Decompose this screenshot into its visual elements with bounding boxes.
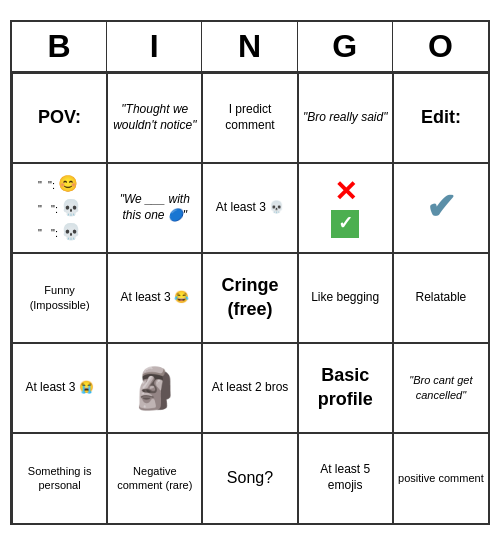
cell-r1c3: I predict comment — [202, 73, 297, 163]
cell-r1c5: Edit: — [393, 73, 488, 163]
cell-text: "Bro cant get cancelled" — [398, 373, 484, 402]
bingo-grid: POV: "Thought we wouldn't notice" I pred… — [12, 73, 488, 523]
cell-text: Song? — [227, 468, 273, 489]
header-i: I — [107, 22, 202, 71]
cell-r5c4: At least 5 emojis — [298, 433, 393, 523]
cell-r4c1: At least 3 😭 — [12, 343, 107, 433]
cell-r5c3: Song? — [202, 433, 297, 523]
bingo-header: B I N G O — [12, 22, 488, 73]
blue-checkmark-icon: ✔ — [426, 184, 456, 231]
cell-r2c2: "We ___ with this one 🔵" — [107, 163, 202, 253]
cell-text: At least 3 😂 — [121, 290, 189, 306]
cell-text: "Thought we wouldn't notice" — [112, 102, 197, 133]
bingo-card: B I N G O POV: "Thought we wouldn't noti… — [10, 20, 490, 525]
x-check-container: ✕ ✓ — [331, 178, 359, 238]
cell-text: Cringe (free) — [207, 274, 292, 321]
cell-r1c4: "Bro really said" — [298, 73, 393, 163]
cell-text: POV: — [38, 106, 81, 129]
cell-r4c5: "Bro cant get cancelled" — [393, 343, 488, 433]
cell-r2c3: At least 3 💀 — [202, 163, 297, 253]
red-x-icon: ✕ — [334, 178, 357, 206]
cell-r5c2: Negative comment (rare) — [107, 433, 202, 523]
moai-emoji: 🗿 — [130, 362, 180, 414]
cell-text: positive comment — [398, 471, 484, 485]
header-g: G — [298, 22, 393, 71]
cell-r2c1: " ": 😊 " ": 💀 " ": 💀 — [12, 163, 107, 253]
cell-r3c5: Relatable — [393, 253, 488, 343]
header-o: O — [393, 22, 488, 71]
cell-text: "Bro really said" — [303, 110, 388, 126]
cell-text: Relatable — [416, 290, 467, 306]
cell-text: Negative comment (rare) — [112, 464, 197, 493]
cell-r3c4: Like begging — [298, 253, 393, 343]
cell-text: At least 5 emojis — [303, 462, 388, 493]
cell-r3c2: At least 3 😂 — [107, 253, 202, 343]
cell-text: At least 3 😭 — [25, 380, 93, 396]
cell-r3c3: Cringe (free) — [202, 253, 297, 343]
cell-text: Something is personal — [17, 464, 102, 493]
green-check-icon: ✓ — [331, 210, 359, 238]
header-b: B — [12, 22, 107, 71]
cell-r5c5: positive comment — [393, 433, 488, 523]
cell-text: At least 3 💀 — [216, 200, 284, 216]
cell-r2c5: ✔ — [393, 163, 488, 253]
cell-text: At least 2 bros — [212, 380, 289, 396]
cell-r4c4: Basic profile — [298, 343, 393, 433]
cell-text: Edit: — [421, 106, 461, 129]
cell-r1c2: "Thought we wouldn't notice" — [107, 73, 202, 163]
cell-text: Basic profile — [303, 364, 388, 411]
cell-text: Funny (Impossible) — [17, 283, 102, 312]
cell-r2c4: ✕ ✓ — [298, 163, 393, 253]
cell-text: Like begging — [311, 290, 379, 306]
cell-r5c1: Something is personal — [12, 433, 107, 523]
cell-r4c3: At least 2 bros — [202, 343, 297, 433]
cell-r4c2: 🗿 — [107, 343, 202, 433]
cell-text: "We ___ with this one 🔵" — [112, 192, 197, 223]
cell-r3c1: Funny (Impossible) — [12, 253, 107, 343]
cell-r1c1: POV: — [12, 73, 107, 163]
header-n: N — [202, 22, 297, 71]
cell-text: I predict comment — [207, 102, 292, 133]
